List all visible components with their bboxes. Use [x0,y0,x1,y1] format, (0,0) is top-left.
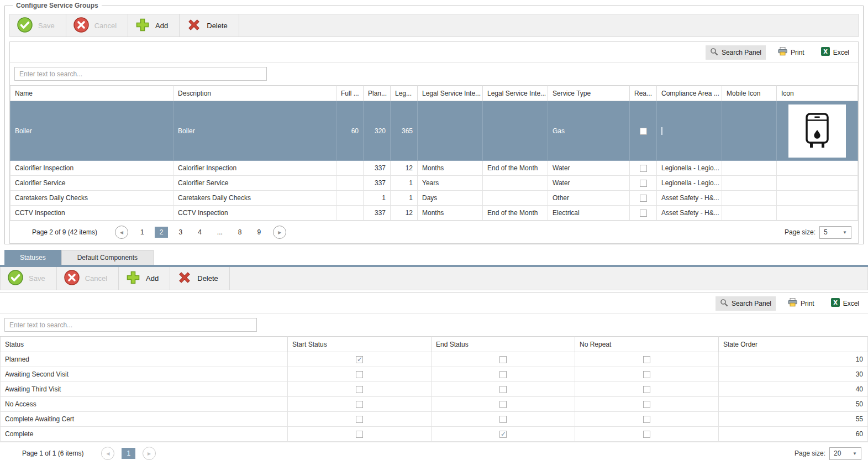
delete-button[interactable]: Delete [180,14,239,36]
end-status-checkbox[interactable] [499,371,507,378]
col-service-type[interactable]: Service Type [548,86,630,101]
cell-start-status[interactable] [288,382,432,397]
cell-full[interactable] [336,206,364,221]
cell-reactive[interactable] [630,176,657,191]
cell-status[interactable]: Awaiting Third Visit [1,382,288,397]
col-reactive[interactable]: Rea... [630,86,657,101]
cell-icon[interactable] [777,191,858,206]
col-full[interactable]: Full ... [336,86,364,101]
cell-service-type[interactable]: Electrical [548,206,630,221]
cell-description[interactable]: Boiler [173,101,336,161]
page-size-select[interactable]: 20 ▼ [829,447,861,460]
reactive-checkbox[interactable] [640,180,647,187]
cell-service-type[interactable]: Water [548,176,630,191]
no-repeat-checkbox[interactable] [643,386,650,393]
cell-icon[interactable] [777,101,858,161]
cell-no-repeat[interactable] [575,412,719,427]
cell-interval1[interactable] [418,101,483,161]
cell-compliance[interactable]: Legionella - Legio... [657,176,722,191]
col-legal-interval-2[interactable]: Legal Service Inte... [483,86,548,101]
cell-end-status[interactable] [432,397,575,412]
save-button[interactable]: Save [10,14,66,36]
print-button[interactable]: Print [774,45,809,60]
tab-statuses[interactable]: Statuses [4,250,61,265]
cell-status[interactable]: Awaiting Second Visit [1,367,288,382]
cell-name[interactable]: Calorifier Inspection [10,161,173,176]
delete-button[interactable]: Delete [170,267,230,290]
cell-reactive[interactable] [630,191,657,206]
cell-no-repeat[interactable] [575,352,719,367]
cell-no-repeat[interactable] [575,367,719,382]
cell-service-type[interactable]: Water [548,161,630,176]
start-status-checkbox[interactable] [356,401,363,408]
col-start-status[interactable]: Start Status [288,337,432,352]
col-plan[interactable]: Plan... [364,86,391,101]
col-end-status[interactable]: End Status [432,337,575,352]
no-repeat-checkbox[interactable] [643,401,650,408]
table-row[interactable]: Awaiting Third Visit 40 [1,382,868,397]
cell-mobile-icon[interactable] [722,161,777,176]
cell-name[interactable]: Boiler [10,101,173,161]
cell-full[interactable] [336,191,364,206]
cell-start-status[interactable] [288,397,432,412]
cell-icon[interactable] [777,161,858,176]
end-status-checkbox[interactable] [499,401,507,408]
excel-export-button[interactable]: X Excel [817,45,854,60]
col-legal-interval-1[interactable]: Legal Service Inte... [418,86,483,101]
cell-service-type[interactable]: Gas [548,101,630,161]
cancel-button[interactable]: Cancel [57,267,119,290]
start-status-checkbox[interactable] [356,416,363,423]
cell-start-status[interactable] [288,367,432,382]
cell-status[interactable]: No Access [1,397,288,412]
cell-reactive[interactable] [630,101,657,161]
prev-page-button[interactable]: ◂ [115,226,128,239]
cell-end-status[interactable] [432,352,575,367]
end-status-checkbox[interactable] [499,386,507,393]
cell-description[interactable]: Caretakers Daily Checks [173,191,336,206]
cell-mobile-icon[interactable] [722,191,777,206]
col-no-repeat[interactable]: No Repeat [575,337,719,352]
reactive-checkbox[interactable] [640,128,647,135]
cell-state-order[interactable]: 60 [719,427,868,442]
cell-end-status[interactable] [432,382,575,397]
page-number[interactable]: 9 [252,227,266,238]
cell-no-repeat[interactable] [575,427,719,442]
cell-start-status[interactable] [288,427,432,442]
start-status-checkbox[interactable] [356,431,363,438]
start-status-checkbox[interactable] [356,386,363,393]
col-icon[interactable]: Icon [777,86,858,101]
prev-page-button[interactable]: ◂ [101,447,114,460]
cell-state-order[interactable]: 40 [719,382,868,397]
col-name[interactable]: Name [10,86,173,101]
tab-default-components[interactable]: Default Components [61,250,154,265]
cell-description[interactable]: Calorifier Inspection [173,161,336,176]
cell-compliance[interactable]: Legionella - Legio... [657,161,722,176]
cell-leg[interactable]: 12 [391,206,418,221]
table-row[interactable]: Complete 60 [1,427,868,442]
col-description[interactable]: Description [173,86,336,101]
cell-name[interactable]: Caretakers Daily Checks [10,191,173,206]
search-input[interactable] [4,318,257,332]
cell-full[interactable] [336,161,364,176]
page-size-select[interactable]: 5 ▼ [819,226,851,239]
col-state-order[interactable]: State Order [719,337,868,352]
cell-start-status[interactable] [288,352,432,367]
cell-status[interactable]: Planned [1,352,288,367]
start-status-checkbox[interactable] [356,356,363,363]
col-status[interactable]: Status [1,337,288,352]
cell-compliance[interactable] [657,101,722,161]
page-number-active[interactable]: 1 [122,448,135,459]
table-row[interactable]: CCTV Inspection CCTV Inspection 337 12 M… [10,206,858,221]
cell-service-type[interactable]: Other [548,191,630,206]
no-repeat-checkbox[interactable] [643,431,650,438]
end-status-checkbox[interactable] [499,356,507,363]
reactive-checkbox[interactable] [640,210,647,217]
excel-export-button[interactable]: X Excel [827,296,864,311]
cell-leg[interactable]: 12 [391,161,418,176]
col-mobile-icon[interactable]: Mobile Icon [722,86,777,101]
cell-full[interactable] [336,176,364,191]
add-button[interactable]: Add [128,14,180,36]
reactive-checkbox[interactable] [640,165,647,172]
cell-icon[interactable] [777,176,858,191]
cell-interval2[interactable]: End of the Month [483,161,548,176]
